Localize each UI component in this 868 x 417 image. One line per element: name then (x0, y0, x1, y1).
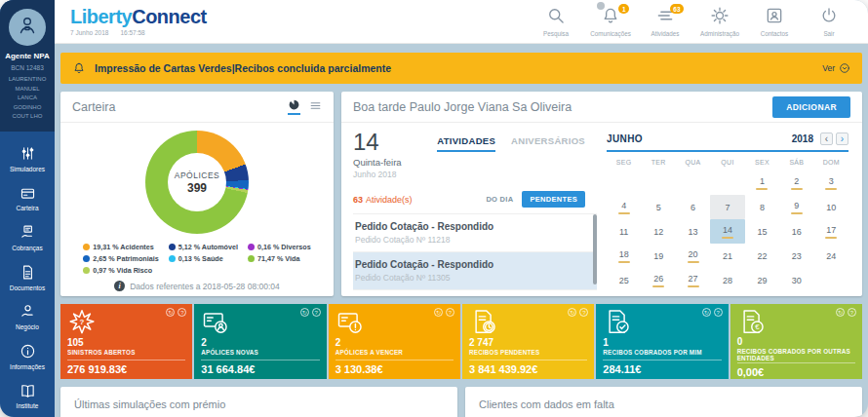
calendar-day[interactable]: 7 (710, 195, 744, 219)
filter-pendentes-button[interactable]: PENDENTES (522, 191, 585, 208)
tile-actions: ↻? (434, 308, 454, 317)
tile-value: 31 664.84€ (201, 360, 319, 375)
nav-item-comunicacoes[interactable]: 1Comunicações (585, 6, 636, 37)
kpi-tile-recibos-cobrados-por-mim[interactable]: ↻?1RECIBOS COBRADOS POR MIM284.11€ (596, 304, 728, 379)
calendar-grid: SEGTERQUAQUISEXSÁBDOM1234567891011121314… (607, 155, 848, 292)
filter-do-dia[interactable]: DO DIA (486, 195, 513, 204)
kpi-tile-sinistros-abertos[interactable]: ↻??105SINISTROS ABERTOS276 919.83€ (60, 304, 192, 379)
calendar-prev-button[interactable]: ‹ (820, 133, 833, 145)
calendar-day (676, 171, 710, 195)
nav-item-administracao[interactable]: Administração (694, 6, 745, 37)
legend-dot (169, 255, 176, 262)
refresh-icon[interactable]: ↻ (836, 308, 845, 317)
nav-item-pesquisa[interactable]: Pesquisa (531, 6, 581, 37)
nav-item-contactos[interactable]: Contactos (749, 6, 800, 37)
calendar-day[interactable]: 8 (745, 195, 779, 219)
calendar-day[interactable]: 15 (745, 219, 779, 244)
calendar-day[interactable]: 18 (607, 244, 641, 268)
calendar-day[interactable]: 21 (710, 244, 744, 268)
carteira-header: Carteira (60, 92, 334, 123)
main-area: LibertyConnect 7 Junho 2018 16:57:58 Pes… (55, 0, 868, 417)
sidebar-item-informacoes[interactable]: Informações (0, 343, 55, 371)
calendar-day[interactable]: 28 (710, 268, 744, 292)
calendar-day[interactable]: 16 (779, 219, 813, 244)
calendar-day[interactable]: 13 (676, 219, 710, 244)
tab-aniversarios[interactable]: ANIVERSÁRIOS (511, 135, 585, 152)
calendar-day[interactable]: 29 (745, 268, 779, 292)
nav-item-sair[interactable]: Sair (804, 6, 854, 37)
sidebar-item-negocio[interactable]: Negócio (0, 303, 55, 331)
collect-hand-icon (0, 224, 55, 243)
pie-view-icon[interactable] (288, 98, 300, 115)
calendar-day[interactable]: 26 (641, 268, 675, 292)
calendar-day[interactable]: 17 (814, 219, 848, 244)
header-nav: Pesquisa1Comunicações63AtividadesAdminis… (531, 6, 854, 37)
scrollbar-thumb[interactable] (593, 214, 597, 284)
help-icon[interactable]: ? (848, 308, 856, 317)
activity-item[interactable]: Pedido Cotação - RespondidoPedido Cotaçã… (353, 252, 597, 290)
refresh-icon[interactable]: ↻ (166, 308, 175, 317)
activity-item[interactable]: Pedido Cotação - RespondidoPedido Cotaçã… (353, 290, 597, 296)
missing-data-clients-card[interactable]: Clientes com dados em falta (465, 387, 862, 417)
tile-count: 2 (201, 337, 319, 349)
help-icon[interactable]: ? (312, 308, 321, 317)
calendar-day[interactable]: 3 (814, 171, 848, 195)
calendar-day[interactable]: 5 (641, 195, 675, 219)
calendar-day[interactable]: 14 (710, 219, 744, 244)
app-logo[interactable]: LibertyConnect (70, 7, 207, 26)
calendar-day[interactable]: 23 (779, 244, 813, 268)
calendar-day[interactable]: 2 (779, 171, 813, 195)
contact-card-icon (765, 6, 784, 25)
calendar-day[interactable]: 11 (607, 219, 641, 244)
calendar-next-button[interactable]: › (836, 133, 848, 145)
calendar-day[interactable]: 4 (607, 195, 641, 219)
help-icon[interactable]: ? (178, 308, 186, 317)
event-mark (825, 237, 837, 239)
help-icon[interactable]: ? (579, 308, 588, 317)
nav-item-atividades[interactable]: 63Atividades (640, 6, 690, 37)
calendar-day[interactable]: 6 (676, 195, 710, 219)
help-icon[interactable]: ? (446, 308, 454, 317)
refresh-icon[interactable]: ↻ (568, 308, 576, 317)
activity-item[interactable]: Pedido Cotação - RespondidoPedido Cotaçã… (353, 214, 597, 252)
logo-liberty: Liberty (70, 6, 132, 27)
kpi-tile-recibos-pendentes[interactable]: ↻?2 747RECIBOS PENDENTES3 841 439.92€ (462, 304, 594, 379)
calendar-day[interactable]: 25 (607, 268, 641, 292)
calendar-day[interactable]: 30 (779, 268, 813, 292)
tab-atividades[interactable]: ATIVIDADES (437, 135, 495, 152)
kpi-tile-recibos-cobrados-por-outras-entidades[interactable]: ↻?€0RECIBOS COBRADOS POR OUTRAS ENTIDADE… (730, 304, 862, 379)
calendar-day[interactable]: 24 (814, 244, 848, 268)
sidebar-item-cobrancas[interactable]: Cobranças (0, 224, 55, 252)
calendar-day[interactable]: 22 (745, 244, 779, 268)
calendar-day[interactable]: 9 (779, 195, 813, 219)
calendar-day[interactable]: 1 (745, 171, 779, 195)
calendar-year: 2018 (792, 133, 813, 144)
legend-label: 0,13 % Saúde (178, 254, 223, 263)
day-number: 14 (353, 131, 402, 154)
cards-row: Carteira APÓLICES 399 (60, 92, 862, 296)
carteira-footer: i Dados referentes a 2018-05-28 08:00:04 (114, 275, 280, 299)
list-view-icon[interactable] (309, 99, 322, 114)
sidebar-item-carteira[interactable]: Carteira (0, 185, 55, 213)
banner-message: Impressão de Cartas Verdes|Recibos concl… (95, 62, 391, 74)
kpi-tile-apolices-novas[interactable]: ↻?2APÓLICES NOVAS31 664.84€ (194, 304, 326, 379)
refresh-icon[interactable]: ↻ (702, 308, 711, 317)
add-button[interactable]: ADICIONAR (772, 96, 850, 118)
calendar-day[interactable]: 19 (641, 244, 675, 268)
last-simulations-card[interactable]: Últimas simulações com prémio (60, 387, 457, 417)
refresh-icon[interactable]: ↻ (300, 308, 309, 317)
calendar-day[interactable]: 12 (641, 219, 675, 244)
sidebar-item-institute[interactable]: Institute (0, 383, 55, 411)
legend-item-vida: 71,47 % Vida (248, 254, 311, 263)
kpi-tile-apolices-a-vencer[interactable]: ↻?2APÓLICES A VENCER3 130.38€ (329, 304, 460, 379)
calendar-day[interactable]: 27 (676, 268, 710, 292)
legend-item-automovel: 5,12 % Automóvel (169, 243, 238, 251)
banner-view-button[interactable]: Ver (822, 62, 850, 74)
calendar-day[interactable]: 20 (676, 244, 710, 268)
sidebar-item-documentos[interactable]: Documentos (0, 264, 55, 292)
calendar-day[interactable]: 10 (814, 195, 848, 219)
refresh-icon[interactable]: ↻ (434, 308, 443, 317)
avatar[interactable] (9, 9, 46, 46)
help-icon[interactable]: ? (714, 308, 723, 317)
sidebar-item-simuladores[interactable]: Simuladores (0, 145, 55, 173)
